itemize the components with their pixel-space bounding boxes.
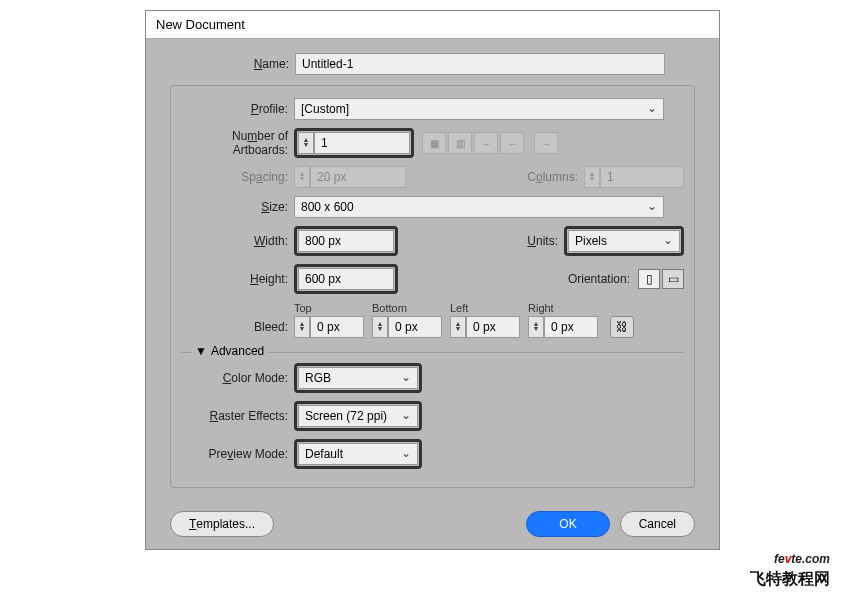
bleed-right-spinner[interactable]: ▲▼: [528, 316, 544, 338]
advanced-group: ▼ Advanced Color Mode: RGB Raster Effect…: [181, 352, 684, 469]
arrange-down-icon: →: [534, 132, 558, 154]
arrange-left-icon: ←: [500, 132, 524, 154]
watermark: fevte.com 飞特教程网: [750, 543, 830, 590]
dialog-title: New Document: [146, 11, 719, 39]
chevron-down-icon: ▼: [195, 344, 207, 358]
colormode-select[interactable]: RGB: [298, 367, 418, 389]
bleed-top-spinner[interactable]: ▲▼: [294, 316, 310, 338]
raster-select[interactable]: Screen (72 ppi): [298, 405, 418, 427]
bleed-link-button[interactable]: ⛓: [610, 316, 634, 338]
orientation-portrait-button[interactable]: ▯: [638, 269, 660, 289]
orientation-label: Orientation:: [561, 272, 636, 286]
name-label: Name:: [170, 57, 295, 71]
advanced-toggle[interactable]: ▼ Advanced: [191, 344, 268, 358]
spacing-spinner: ▲▼: [294, 166, 310, 188]
height-input[interactable]: 600 px: [298, 268, 394, 290]
grid-by-col-icon: ▥: [448, 132, 472, 154]
profile-select[interactable]: [Custom]: [294, 98, 664, 120]
bleed-left-label: Left: [450, 302, 520, 314]
preview-label: Preview Mode:: [181, 447, 294, 461]
bleed-bottom-spinner[interactable]: ▲▼: [372, 316, 388, 338]
raster-label: Raster Effects:: [181, 409, 294, 423]
artboards-input[interactable]: 1: [314, 132, 410, 154]
spacing-label: Spacing:: [181, 170, 294, 184]
name-input[interactable]: Untitled-1: [295, 53, 665, 75]
bleed-top-input[interactable]: 0 px: [310, 316, 364, 338]
cancel-button[interactable]: Cancel: [620, 511, 695, 537]
bleed-right-input[interactable]: 0 px: [544, 316, 598, 338]
artboards-label: Number of Artboards:: [181, 129, 294, 157]
orientation-landscape-button[interactable]: ▭: [662, 269, 684, 289]
arrange-right-icon: →: [474, 132, 498, 154]
columns-input: 1: [600, 166, 684, 188]
templates-button[interactable]: Templates...: [170, 511, 274, 537]
new-document-dialog: New Document Name: Untitled-1 Profile: […: [145, 10, 720, 550]
columns-label: Columns:: [524, 170, 584, 184]
columns-spinner: ▲▼: [584, 166, 600, 188]
bleed-top-label: Top: [294, 302, 364, 314]
artboards-spinner[interactable]: ▲▼: [298, 132, 314, 154]
spacing-input: 20 px: [310, 166, 406, 188]
width-label: Width:: [181, 234, 294, 248]
width-input[interactable]: 800 px: [298, 230, 394, 252]
height-label: Height:: [181, 272, 294, 286]
preview-select[interactable]: Default: [298, 443, 418, 465]
grid-by-row-icon: ▦: [422, 132, 446, 154]
ok-button[interactable]: OK: [526, 511, 609, 537]
bleed-bottom-label: Bottom: [372, 302, 442, 314]
bleed-label: Bleed:: [181, 320, 294, 338]
size-label: Size:: [181, 200, 294, 214]
bleed-left-spinner[interactable]: ▲▼: [450, 316, 466, 338]
profile-label: Profile:: [181, 102, 294, 116]
bleed-right-label: Right: [528, 302, 598, 314]
link-icon: ⛓: [616, 320, 628, 334]
bleed-left-input[interactable]: 0 px: [466, 316, 520, 338]
units-select[interactable]: Pixels: [568, 230, 680, 252]
colormode-label: Color Mode:: [181, 371, 294, 385]
main-group: Profile: [Custom] Number of Artboards: ▲…: [170, 85, 695, 488]
bleed-bottom-input[interactable]: 0 px: [388, 316, 442, 338]
size-select[interactable]: 800 x 600: [294, 196, 664, 218]
units-label: Units:: [514, 234, 564, 248]
